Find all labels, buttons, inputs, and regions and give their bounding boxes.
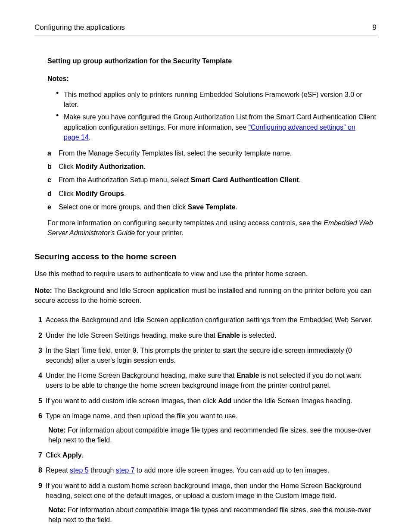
step-9-note: Note: For information about compatible i…: [46, 505, 377, 525]
step-2: 2Under the Idle Screen Settings heading,…: [34, 330, 377, 340]
notes-label: Notes:: [47, 74, 377, 84]
step-e: eSelect one or more groups, and then cli…: [47, 202, 377, 212]
note-item: Make sure you have configured the Group …: [56, 112, 377, 142]
intro-paragraph: Use this method to require users to auth…: [34, 269, 377, 279]
header-title: Configuring the applications: [34, 22, 125, 33]
step-6: 6Type an image name, and then upload the…: [34, 411, 377, 445]
step-c: cFrom the Authorization Setup menu, sele…: [47, 175, 377, 185]
numbered-steps: 1Access the Background and Idle Screen a…: [34, 315, 377, 532]
running-header: Configuring the applications 9: [34, 22, 377, 35]
note-paragraph: Note: The Background and Idle Screen app…: [34, 286, 377, 305]
note-item: This method applies only to printers run…: [56, 90, 377, 109]
link-step-7[interactable]: step 7: [116, 467, 135, 474]
heading-securing-access: Securing access to the home screen: [34, 251, 377, 263]
step-7: 7Click Apply.: [34, 450, 377, 460]
step-b: bClick Modify Authorization.: [47, 162, 377, 171]
document-page: Configuring the applications 9 Setting u…: [0, 0, 411, 532]
step-6-note: Note: For information about compatible i…: [46, 425, 377, 445]
step-8: 8Repeat step 5 through step 7 to add mor…: [34, 465, 377, 475]
section-title-group-auth: Setting up group authorization for the S…: [47, 56, 377, 66]
step-10: 10If necessary, configure the other appl…: [34, 530, 377, 532]
step-1: 1Access the Background and Idle Screen a…: [34, 315, 377, 325]
closing-paragraph: For more information on configuring secu…: [47, 218, 377, 238]
step-3: 3In the Start Time field, enter 0. This …: [34, 345, 377, 365]
lettered-steps: aFrom the Manage Security Templates list…: [47, 148, 377, 212]
step-5: 5If you want to add custom idle screen i…: [34, 396, 377, 406]
link-step-5[interactable]: step 5: [70, 467, 89, 474]
step-a: aFrom the Manage Security Templates list…: [47, 148, 377, 158]
step-d: dClick Modify Groups.: [47, 189, 377, 199]
header-page-number: 9: [373, 22, 377, 33]
step-9: 9If you want to add a custom home screen…: [34, 481, 377, 525]
notes-list: This method applies only to printers run…: [56, 90, 377, 142]
step-4: 4Under the Home Screen Background headin…: [34, 370, 377, 390]
